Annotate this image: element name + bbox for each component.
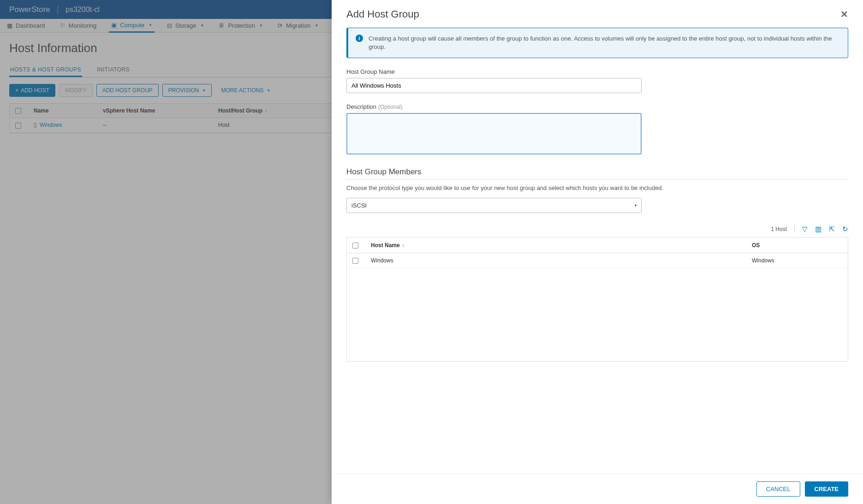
panel-title: Add Host Group xyxy=(346,8,419,20)
members-help-text: Choose the protocol type you would like … xyxy=(346,184,848,191)
chevron-down-icon: ▾ xyxy=(635,203,637,208)
table-row[interactable]: Windows Windows xyxy=(347,253,848,268)
filter-icon[interactable]: ▽ xyxy=(802,225,808,233)
members-section-title: Host Group Members xyxy=(346,167,848,180)
desc-label-text: Description xyxy=(346,103,376,110)
os-cell: Windows xyxy=(746,253,848,268)
members-table: Host Name↑ OS Windows Windows xyxy=(346,237,848,362)
col-hostname[interactable]: Host Name↑ xyxy=(365,237,746,253)
description-label: Description(Optional) xyxy=(346,103,848,110)
host-count: 1 Host xyxy=(771,226,795,232)
panel-body: i Creating a host group will cause all m… xyxy=(332,23,863,474)
columns-icon[interactable]: ▥ xyxy=(815,225,821,233)
description-input[interactable] xyxy=(346,113,642,154)
refresh-icon[interactable]: ↻ xyxy=(842,225,848,233)
col-os[interactable]: OS xyxy=(746,237,848,253)
name-label: Host Group Name xyxy=(346,68,848,75)
row-checkbox[interactable] xyxy=(352,258,358,264)
select-all-checkbox[interactable] xyxy=(352,243,358,249)
cancel-button[interactable]: CANCEL xyxy=(756,481,800,497)
info-icon: i xyxy=(356,35,363,42)
col-hostname-label: Host Name xyxy=(371,242,400,249)
close-button[interactable]: ✕ xyxy=(840,9,848,20)
protocol-value: iSCSI xyxy=(351,202,367,209)
panel-header: Add Host Group ✕ xyxy=(332,0,863,23)
info-box: i Creating a host group will cause all m… xyxy=(346,28,848,58)
create-button[interactable]: CREATE xyxy=(805,481,848,497)
add-host-group-panel: Add Host Group ✕ i Creating a host group… xyxy=(332,0,863,504)
table-toolbar: 1 Host ▽ ▥ ⇱ ↻ xyxy=(346,225,848,233)
optional-badge: (Optional) xyxy=(378,104,403,110)
info-text: Creating a host group will cause all mem… xyxy=(369,35,840,51)
hostname-cell: Windows xyxy=(365,253,746,268)
export-icon[interactable]: ⇱ xyxy=(829,225,835,233)
sort-asc-icon: ↑ xyxy=(402,243,405,248)
panel-footer: CANCEL CREATE xyxy=(332,474,863,504)
protocol-select[interactable]: iSCSI ▾ xyxy=(346,198,642,213)
host-group-name-input[interactable] xyxy=(346,78,642,93)
